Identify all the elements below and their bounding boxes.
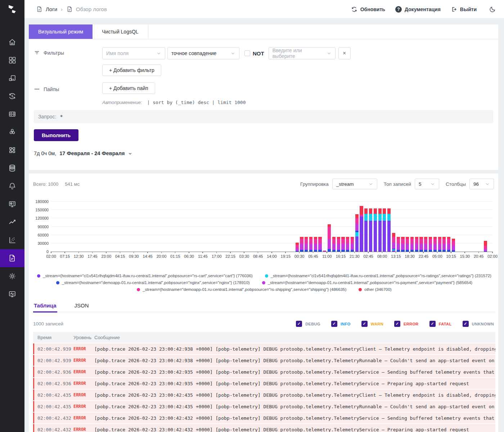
histogram-bar[interactable] xyxy=(369,202,372,252)
sidebar-item-scatter[interactable] xyxy=(0,231,24,249)
histogram-bar[interactable] xyxy=(300,202,303,252)
histogram-bar[interactable] xyxy=(442,202,446,252)
histogram-bar[interactable] xyxy=(328,202,331,252)
table-row[interactable]: 02:00:42.936ERROR[pobp.trace 2026-02-23 … xyxy=(33,378,495,389)
checkbox-checked-icon[interactable]: ✓ xyxy=(361,321,368,327)
histogram-bar[interactable] xyxy=(406,202,409,252)
sidebar-item-home[interactable] xyxy=(0,33,24,51)
histogram-bar[interactable] xyxy=(351,202,354,252)
histogram-bar[interactable] xyxy=(374,202,377,252)
histogram-bar[interactable] xyxy=(429,202,432,252)
legend-item[interactable]: _stream={hostname="demoapp-01.ru-central… xyxy=(137,287,346,292)
checkbox-checked-icon[interactable]: ✓ xyxy=(296,321,302,327)
sidebar-item-settings[interactable] xyxy=(0,267,24,285)
sidebar-item-billing[interactable]: $ xyxy=(0,87,24,105)
theme-toggle[interactable] xyxy=(489,6,496,13)
histogram-bar[interactable] xyxy=(415,202,418,252)
histogram-bar[interactable] xyxy=(378,202,382,252)
sidebar-item-logs[interactable] xyxy=(0,249,24,267)
legend-item[interactable]: other (346700) xyxy=(359,287,391,292)
table-row[interactable]: 02:00:42.435ERROR[pobp.trace 2026-02-23 … xyxy=(33,390,495,400)
legend-item[interactable]: _stream={hostname="cl1v541rlhqfajdm4il1-… xyxy=(37,274,253,278)
time-range-picker[interactable]: 7д 0ч 0м, 17 Февраля - 24 Февраля xyxy=(34,150,493,161)
legend-item[interactable]: _stream={hostname="cl1v541rlhqfajdm4il1-… xyxy=(265,274,491,278)
sidebar-item-services[interactable] xyxy=(0,141,24,159)
histogram-bar[interactable] xyxy=(323,202,326,252)
sidebar-item-dashboard[interactable] xyxy=(0,51,24,69)
table-row[interactable]: 02:00:42.432ERROR[pobp.trace 2026-02-23 … xyxy=(33,413,495,423)
histogram-bar[interactable] xyxy=(355,202,359,252)
add-pipe-button[interactable]: + Добавить пайп xyxy=(102,82,155,94)
run-query-button[interactable]: Выполнить xyxy=(34,129,78,141)
histogram-bar[interactable] xyxy=(332,202,336,252)
tab-visual-mode[interactable]: Визуальный режим xyxy=(29,24,93,39)
histogram-bar[interactable] xyxy=(397,202,400,252)
histogram-bar[interactable] xyxy=(341,202,345,252)
sidebar-item-notifications[interactable] xyxy=(0,177,24,195)
histogram-bar[interactable] xyxy=(438,202,441,252)
sidebar-item-servers[interactable] xyxy=(0,105,24,123)
checkbox-checked-icon[interactable]: ✓ xyxy=(463,321,469,327)
histogram-bar[interactable] xyxy=(346,202,349,252)
checkbox-checked-icon[interactable]: ✓ xyxy=(429,321,436,327)
table-row[interactable]: 02:00:42.432ERROR[pobp.trace 2026-02-23 … xyxy=(33,424,495,432)
sidebar-item-database[interactable] xyxy=(0,159,24,177)
histogram-bar[interactable] xyxy=(305,202,308,252)
grouping-select[interactable]: _stream xyxy=(332,179,377,189)
sidebar-item-monitor-pulse[interactable] xyxy=(0,285,24,303)
level-filter-debug[interactable]: ✓DEBUG xyxy=(296,321,320,327)
sidebar-item-monitoring-hub[interactable] xyxy=(0,195,24,213)
filter-value-select[interactable]: Введите или выберите xyxy=(269,47,336,59)
histogram-bar[interactable] xyxy=(318,202,321,252)
remove-filter-button[interactable]: × xyxy=(338,47,351,59)
app-logo[interactable] xyxy=(0,0,24,19)
level-filter-error[interactable]: ✓ERROR xyxy=(394,321,419,327)
histogram-bar[interactable] xyxy=(447,202,450,252)
sidebar-item-trends[interactable] xyxy=(0,213,24,231)
tab-pure-logsql[interactable]: Чистый LogsQL xyxy=(93,24,148,39)
columns-select[interactable]: 96 xyxy=(469,179,494,189)
docs-button[interactable]: ? Документация xyxy=(395,6,441,13)
table-row[interactable]: 02:00:42.939ERROR[pobp.trace 2026-02-23 … xyxy=(33,343,495,354)
histogram-bar[interactable] xyxy=(419,202,423,252)
sidebar-item-cluster[interactable] xyxy=(0,123,24,141)
refresh-button[interactable]: Обновить xyxy=(351,6,385,13)
tab-json[interactable]: JSON xyxy=(74,299,97,312)
logout-button[interactable]: Выйти xyxy=(451,6,477,13)
histogram-bar[interactable] xyxy=(401,202,404,252)
filter-field-select[interactable]: Имя поля xyxy=(102,47,165,59)
level-filter-unknown[interactable]: ✓UNKNOWN xyxy=(463,321,494,327)
filter-match-select[interactable]: точное совпадение xyxy=(167,47,239,59)
histogram-bar[interactable] xyxy=(309,202,312,252)
histogram-bar[interactable] xyxy=(433,202,437,252)
level-filter-fatal[interactable]: ✓FATAL xyxy=(429,321,452,327)
histogram-bar[interactable] xyxy=(387,202,391,252)
histogram-bar[interactable] xyxy=(383,202,386,252)
histogram-bar[interactable] xyxy=(364,202,368,252)
histogram-bar[interactable] xyxy=(452,202,455,252)
histogram-bar[interactable] xyxy=(410,202,414,252)
level-filter-warn[interactable]: ✓WARN xyxy=(361,321,383,327)
sidebar-item-devices[interactable] xyxy=(0,69,24,87)
checkbox-checked-icon[interactable]: ✓ xyxy=(394,321,400,327)
legend-item[interactable]: _stream={hostname="demoapp-01.ru-central… xyxy=(262,280,473,285)
breadcrumb-logs[interactable]: Логи xyxy=(36,6,57,13)
top-records-select[interactable]: 5 xyxy=(415,179,439,189)
tab-table[interactable]: Таблица xyxy=(33,299,64,312)
level-filter-info[interactable]: ✓INFO xyxy=(331,321,351,327)
histogram-bar[interactable] xyxy=(360,202,363,252)
histogram-bar[interactable] xyxy=(296,202,299,252)
breadcrumb-logs-overview[interactable]: Обзор логов xyxy=(66,6,107,13)
histogram-bar[interactable] xyxy=(484,202,487,252)
table-row[interactable]: 02:00:42.939ERROR[pobp.trace 2026-02-23 … xyxy=(33,355,495,366)
histogram-bar[interactable] xyxy=(392,202,395,252)
add-filter-button[interactable]: + Добавить фильтр xyxy=(102,64,161,76)
histogram-bar[interactable] xyxy=(424,202,427,252)
table-row[interactable]: 02:00:42.936ERROR[pobp.trace 2026-02-23 … xyxy=(33,366,495,377)
histogram-bar[interactable] xyxy=(337,202,340,252)
checkbox-checked-icon[interactable]: ✓ xyxy=(331,321,337,327)
table-row[interactable]: 02:00:42.435ERROR[pobp.trace 2026-02-23 … xyxy=(33,401,495,412)
not-toggle[interactable]: NOT xyxy=(244,50,264,57)
histogram-bar[interactable] xyxy=(314,202,317,252)
legend-item[interactable]: _stream={hostname="demoapp-01.ru-central… xyxy=(56,280,250,285)
